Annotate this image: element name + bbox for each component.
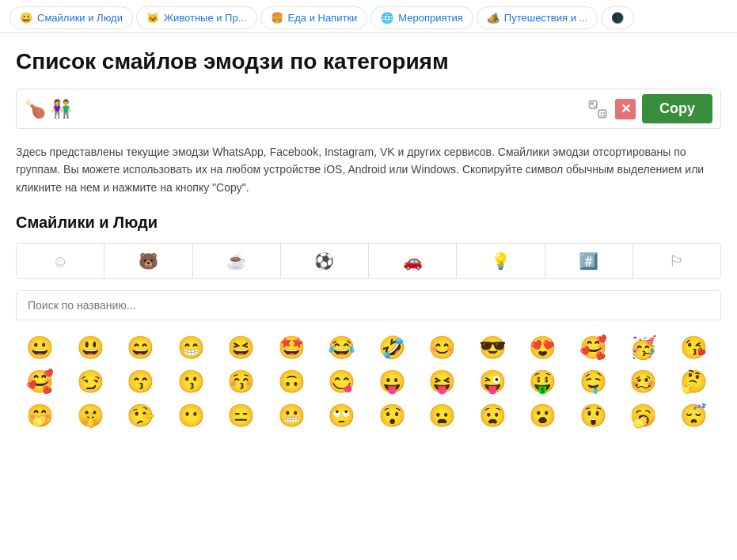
emoji-cell[interactable]: 😑 <box>217 399 266 432</box>
svg-point-6 <box>601 115 602 116</box>
emoji-cell[interactable]: 😏 <box>66 365 116 398</box>
category-icon-number[interactable]: #️⃣ <box>545 244 633 278</box>
selected-emojis-text: 🍗 👫 <box>25 99 72 119</box>
emoji-cell[interactable]: 😄 <box>116 331 165 364</box>
svg-point-3 <box>594 105 595 107</box>
description-text: Здесь представлены текущие эмодзи WhatsA… <box>16 143 721 196</box>
emoji-cell[interactable]: 😛 <box>368 365 417 398</box>
emoji-cell[interactable]: 😍 <box>519 331 568 364</box>
emoji-cell[interactable]: 🥰 <box>569 331 618 364</box>
main-content: Список смайлов эмодзи по категориям 🍗 👫 … <box>0 33 737 448</box>
emoji-cell[interactable]: 😂 <box>317 331 367 364</box>
search-input[interactable] <box>16 290 721 320</box>
emoji-cell[interactable]: 😚 <box>217 365 266 398</box>
emoji-cell[interactable]: 🥱 <box>619 399 668 432</box>
emoji-cell[interactable]: 🤑 <box>519 365 568 398</box>
emoji-cell[interactable]: 😙 <box>116 365 165 398</box>
copy-box-controls: ✕ Copy <box>587 94 712 123</box>
emoji-cell[interactable]: 😘 <box>670 331 719 364</box>
copy-box: 🍗 👫 ✕ Copy <box>16 89 721 129</box>
nav-tab-emoji-animals: 🐱 <box>146 12 159 24</box>
nav-tab-animals[interactable]: 🐱Животные и Пр... <box>136 6 257 29</box>
emoji-cell[interactable]: 😧 <box>469 399 518 432</box>
category-icons-row: ☺🐻☕⚽🚗💡#️⃣🏳 <box>16 243 721 279</box>
category-icon-drink[interactable]: ☕ <box>193 244 281 278</box>
category-icon-light[interactable]: 💡 <box>457 244 545 278</box>
nav-tab-label-food: Еда и Напитки <box>288 12 358 24</box>
emoji-cell[interactable]: 😊 <box>418 331 467 364</box>
nav-tab-label-smileys: Смайлики и Люди <box>37 12 123 24</box>
section-title: Смайлики и Люди <box>16 214 721 232</box>
emoji-grid-wrapper: 😀😃😄😁😆🤩😂🤣😊😎😍🥰🥳😘🥰😏😙😗😚🙃😋😛😝😜🤑🤤🥴🤔🤭🤫🤥😶😑😬🙄😯😦😧😮😲… <box>16 331 721 432</box>
emoji-cell[interactable]: 😲 <box>569 399 618 432</box>
emoji-cell[interactable]: 🥳 <box>619 331 668 364</box>
emoji-cell[interactable]: 🙄 <box>317 399 367 432</box>
svg-rect-1 <box>598 110 606 117</box>
nav-tab-emoji-events: 🌐 <box>381 12 393 24</box>
category-icon-car[interactable]: 🚗 <box>369 244 457 278</box>
emoji-cell[interactable]: 😜 <box>469 365 518 398</box>
emoji-cell[interactable]: 🤥 <box>116 399 165 432</box>
top-navigation: 😀Смайлики и Люди🐱Животные и Пр...🍔Еда и … <box>0 0 737 33</box>
svg-point-5 <box>603 115 605 116</box>
emoji-cell[interactable]: 🤤 <box>569 365 618 398</box>
emoji-cell[interactable]: 😃 <box>66 331 116 364</box>
emoji-cell[interactable]: 😶 <box>167 399 216 432</box>
category-icon-flag[interactable]: 🏳 <box>633 244 720 278</box>
nav-tab-emoji-smileys: 😀 <box>20 12 32 24</box>
category-icon-sport[interactable]: ⚽ <box>281 244 369 278</box>
emoji-cell[interactable]: 🤭 <box>16 399 65 432</box>
nav-tab-smileys[interactable]: 😀Смайлики и Люди <box>9 6 133 29</box>
nav-tab-emoji-more: 🌑 <box>611 12 624 24</box>
emoji-cell[interactable]: 😎 <box>469 331 518 364</box>
emoji-cell[interactable]: 🥴 <box>619 365 668 398</box>
nav-tab-emoji-travel: 🏕️ <box>487 12 500 24</box>
emoji-cell[interactable]: 🙃 <box>268 365 317 398</box>
emoji-cell[interactable]: 😮 <box>519 399 568 432</box>
emoji-grid: 😀😃😄😁😆🤩😂🤣😊😎😍🥰🥳😘🥰😏😙😗😚🙃😋😛😝😜🤑🤤🥴🤔🤭🤫🤥😶😑😬🙄😯😦😧😮😲… <box>16 331 721 432</box>
emoji-cell[interactable]: 😗 <box>167 365 216 398</box>
emoji-cell[interactable]: 🥰 <box>16 365 65 398</box>
emoji-cell[interactable]: 🤫 <box>66 399 116 432</box>
emoji-cell[interactable]: 🤣 <box>368 331 417 364</box>
nav-tab-travel[interactable]: 🏕️Путешествия и ... <box>477 6 598 29</box>
emoji-cell[interactable]: 😬 <box>268 399 317 432</box>
nav-tab-more[interactable]: 🌑 <box>601 6 634 29</box>
svg-point-7 <box>603 112 605 113</box>
nav-tab-label-travel: Путешествия и ... <box>504 12 588 24</box>
nav-tab-emoji-food: 🍔 <box>271 12 283 24</box>
emoji-cell[interactable]: 😆 <box>217 331 266 364</box>
random-icon[interactable] <box>587 98 609 120</box>
emoji-cell[interactable]: 😋 <box>317 365 367 398</box>
emoji-cell[interactable]: 😯 <box>368 399 417 432</box>
page-title: Список смайлов эмодзи по категориям <box>16 49 721 74</box>
nav-tab-events[interactable]: 🌐Мероприятия <box>370 6 473 29</box>
emoji-cell[interactable]: 🤩 <box>268 331 317 364</box>
copy-button[interactable]: Copy <box>642 94 712 123</box>
svg-point-2 <box>591 102 593 104</box>
nav-tab-food[interactable]: 🍔Еда и Напитки <box>260 6 368 29</box>
nav-tab-label-events: Мероприятия <box>398 12 463 24</box>
selected-emojis-display: 🍗 👫 <box>25 99 580 119</box>
emoji-cell[interactable]: 😀 <box>16 331 65 364</box>
nav-tab-label-animals: Животные и Пр... <box>164 12 247 24</box>
clear-button[interactable]: ✕ <box>615 99 636 119</box>
category-icon-face[interactable]: ☺ <box>17 244 104 278</box>
svg-point-4 <box>601 112 602 113</box>
emoji-cell[interactable]: 🤔 <box>670 365 719 398</box>
emoji-cell[interactable]: 😁 <box>167 331 216 364</box>
emoji-cell[interactable]: 😦 <box>418 399 467 432</box>
emoji-cell[interactable]: 😝 <box>418 365 467 398</box>
category-icon-animal[interactable]: 🐻 <box>104 244 192 278</box>
emoji-cell[interactable]: 😴 <box>670 399 719 432</box>
